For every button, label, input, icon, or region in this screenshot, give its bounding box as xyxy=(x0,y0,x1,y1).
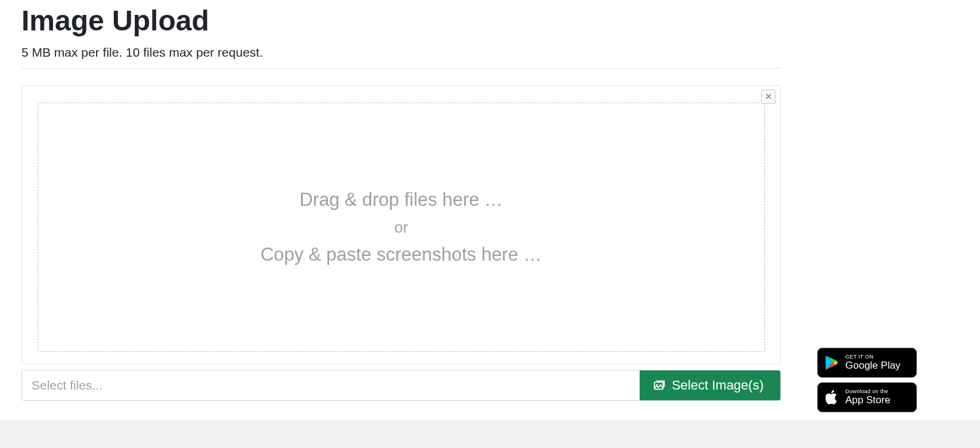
select-images-button[interactable]: Select Image(s) xyxy=(640,370,780,400)
close-icon: ✕ xyxy=(765,92,773,101)
svg-rect-0 xyxy=(655,382,663,389)
store-badges: GET IT ON Google Play Download on the Ap… xyxy=(817,348,917,412)
drop-line-or: or xyxy=(394,220,408,235)
upload-card: ✕ Drag & drop files here … or Copy & pas… xyxy=(21,85,781,364)
google-play-icon xyxy=(824,354,841,371)
apple-icon xyxy=(824,389,841,406)
drop-line-1: Drag & drop files here … xyxy=(299,189,503,211)
page-title: Image Upload xyxy=(21,0,781,38)
google-play-bottom-text: Google Play xyxy=(845,360,901,371)
drop-zone[interactable]: Drag & drop files here … or Copy & paste… xyxy=(38,103,765,352)
bottom-bar xyxy=(0,420,980,448)
app-store-badge[interactable]: Download on the App Store xyxy=(817,382,917,412)
drop-line-2: Copy & paste screenshots here … xyxy=(260,243,542,265)
divider xyxy=(21,68,781,69)
file-select-row: Select files... Select Image(s) xyxy=(21,370,781,401)
close-button[interactable]: ✕ xyxy=(761,89,776,104)
file-input[interactable]: Select files... xyxy=(22,370,640,400)
page-subtitle: 5 MB max per file. 10 files max per requ… xyxy=(21,45,781,60)
google-play-badge[interactable]: GET IT ON Google Play xyxy=(817,348,917,378)
images-icon xyxy=(653,379,666,392)
select-images-label: Select Image(s) xyxy=(672,378,764,393)
app-store-bottom-text: App Store xyxy=(845,395,891,406)
